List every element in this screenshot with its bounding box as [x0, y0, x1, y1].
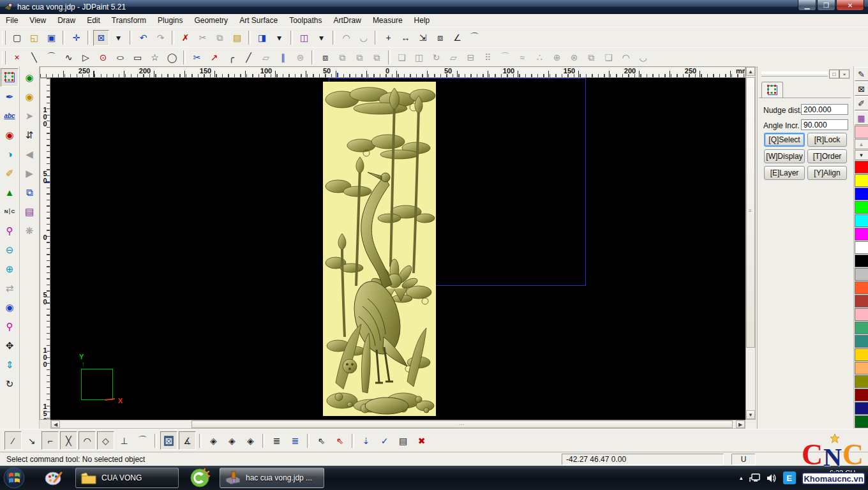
start-button[interactable] — [3, 466, 26, 489]
shield-shade-icon[interactable]: ◡ — [355, 30, 371, 46]
select-frame-dropdown-icon[interactable]: ▾ — [110, 30, 126, 46]
panel-button-qselect[interactable]: [Q]Select — [764, 133, 805, 147]
node-edit-tool-icon[interactable]: ✒ — [1, 87, 19, 106]
panel-maximize-button[interactable]: □ — [829, 70, 839, 78]
angle-incr-input[interactable]: 90.000 — [801, 119, 848, 130]
snap-nearest-icon[interactable]: ↘ — [23, 431, 40, 450]
snap-quadrant-icon[interactable]: ◇ — [97, 431, 114, 450]
copy-icon[interactable]: ⧉ — [212, 30, 228, 46]
color-swatch[interactable] — [855, 255, 868, 267]
light-all-icon[interactable]: ◉ — [20, 68, 38, 87]
select-tool-icon[interactable] — [1, 68, 19, 87]
color-swatch[interactable] — [855, 268, 868, 281]
draw-curve-icon[interactable]: ∿ — [61, 50, 77, 66]
spray-tool-icon[interactable]: ❋ — [20, 221, 38, 240]
refresh-view-icon[interactable]: ↻ — [1, 375, 19, 393]
zoom-object-icon[interactable]: ⚲ — [1, 317, 19, 336]
draw-star-icon[interactable]: ☆ — [147, 50, 163, 66]
snap-endpoint-icon[interactable]: ∕ — [4, 431, 22, 450]
hatch-manager-icon[interactable]: ▤ — [20, 202, 38, 221]
color-swatch[interactable] — [855, 174, 868, 187]
dome-shade-icon[interactable]: ◠ — [338, 30, 354, 46]
scroll-up-button[interactable]: ▲ — [746, 67, 755, 76]
snap-layer-set-icon[interactable]: ≣ — [268, 431, 285, 450]
zoom-out-icon[interactable]: ⊖ — [1, 241, 19, 259]
snap-clear-all-icon[interactable]: ✖ — [413, 431, 430, 450]
snap-axis-icon[interactable]: ∡ — [179, 431, 196, 450]
snap-corner-icon[interactable]: ⌐ — [41, 431, 59, 450]
zoom-previous-icon[interactable]: ⇄ — [1, 279, 19, 297]
vertical-scroll-thumb[interactable]: ≡ — [746, 77, 755, 348]
menu-item-artdraw[interactable]: ArtDraw — [328, 15, 367, 26]
menu-item-help[interactable]: Help — [408, 15, 436, 26]
draw-point-icon[interactable]: × — [9, 50, 25, 66]
mask-frame-icon[interactable]: ⊠ — [855, 82, 868, 96]
menu-item-toolpaths[interactable]: Toolpaths — [283, 15, 327, 26]
transform-move-icon[interactable]: ❏ — [394, 50, 410, 66]
panel-close-button[interactable]: × — [839, 70, 849, 78]
crosshair-origin-icon[interactable]: ✛ — [68, 30, 84, 46]
color-swatch[interactable] — [855, 241, 868, 254]
offset-curve-icon[interactable]: ∥ — [275, 50, 291, 66]
page-manager-icon[interactable]: ⧉ — [20, 183, 38, 202]
paste-icon[interactable]: ▤ — [229, 30, 245, 46]
measure-point-icon[interactable]: + — [380, 30, 396, 46]
save-file-icon[interactable]: ▣ — [43, 30, 59, 46]
snap-tangent-icon[interactable]: ⌒ — [134, 431, 151, 450]
parallel-curves-icon[interactable]: ⊜ — [292, 50, 308, 66]
pen-edit-icon[interactable]: ✎ — [855, 67, 868, 81]
measure-distance-icon[interactable]: ↔ — [398, 30, 414, 46]
menu-item-geometry[interactable]: Geometry — [188, 15, 234, 26]
draw-ellipse-icon[interactable]: ○ — [112, 50, 128, 66]
color-picker-icon[interactable]: ✐ — [855, 96, 868, 110]
trim-curve-icon[interactable]: ✂ — [189, 50, 205, 66]
open-file-icon[interactable]: ◱ — [26, 30, 42, 46]
transform-stretch-icon[interactable]: ⊟ — [463, 50, 479, 66]
network-icon[interactable] — [749, 473, 760, 483]
chamfer-corner-icon[interactable]: ╱ — [241, 50, 257, 66]
relief-material-tool-icon[interactable]: ▲ — [1, 183, 19, 202]
order-swap-icon[interactable]: ⇵ — [20, 126, 38, 144]
measure-angle-icon[interactable]: ∠ — [449, 30, 465, 46]
menu-item-measure[interactable]: Measure — [367, 15, 408, 26]
nc-drill-tool-icon[interactable]: N┆C — [1, 202, 19, 221]
taskbar-coccoc-icon[interactable] — [183, 467, 217, 489]
color-swatch[interactable] — [855, 322, 868, 334]
fill-color-icon[interactable]: ◨ — [254, 30, 270, 46]
menu-item-file[interactable]: File — [0, 15, 24, 26]
draw-arc-icon[interactable]: ⌒ — [43, 50, 59, 66]
light-pick-icon[interactable]: ➤ — [20, 107, 38, 125]
snap-layer-pick-icon[interactable]: ≣ — [287, 431, 304, 450]
measure-step-icon[interactable]: ⇲ — [415, 30, 431, 46]
color-swatch[interactable] — [855, 348, 868, 361]
shield-grey-icon[interactable]: ◡ — [635, 50, 651, 66]
select-frame-icon[interactable]: ⊠ — [93, 30, 109, 46]
tab-select-tool[interactable] — [761, 82, 783, 98]
snap-diamond-edge-icon[interactable]: ◈ — [223, 431, 241, 450]
task-folder-cua-vong[interactable]: CUA VONG — [75, 468, 179, 488]
snap-check-icon[interactable]: ✓ — [376, 431, 393, 450]
snap-tangent-arc-icon[interactable]: ◠ — [79, 431, 96, 450]
array-grid-icon[interactable]: ⠿ — [480, 50, 496, 66]
scroll-right-button[interactable]: ▶ — [736, 420, 745, 428]
zoom-in-icon[interactable]: ⊕ — [1, 260, 19, 278]
pick-object-icon[interactable]: ⇖ — [313, 431, 330, 450]
distort-wave-icon[interactable]: ≈ — [514, 50, 530, 66]
dome-grey-icon[interactable]: ◠ — [618, 50, 634, 66]
task-jdpaint-file[interactable]: hac cua vong.jdp ... — [220, 468, 324, 488]
scroll-down-button[interactable]: ▼ — [746, 410, 755, 419]
color-swatch[interactable] — [855, 375, 868, 388]
view-dropdown-icon[interactable]: ▾ — [313, 30, 329, 46]
zoom-dynamic-icon[interactable]: ⇕ — [1, 355, 19, 374]
draw-rect-icon[interactable]: ▭ — [130, 50, 146, 66]
horizontal-scrollbar[interactable]: ◀ ⋯ ▶ — [50, 420, 745, 429]
text-tool-icon[interactable]: abc — [1, 107, 19, 125]
array-arc-icon[interactable]: ⌒ — [497, 50, 513, 66]
vertical-scrollbar[interactable]: ▲ ≡ ▼ — [745, 66, 756, 420]
split-curve-icon[interactable]: ↗ — [206, 50, 222, 66]
e-app-tray-icon[interactable]: E — [783, 471, 796, 484]
draw-circle-icon[interactable]: ⊙ — [95, 50, 111, 66]
color-swatch[interactable] — [855, 228, 868, 241]
draw-polyline-icon[interactable]: ▷ — [78, 50, 94, 66]
toolbar-handle[interactable] — [2, 31, 6, 45]
